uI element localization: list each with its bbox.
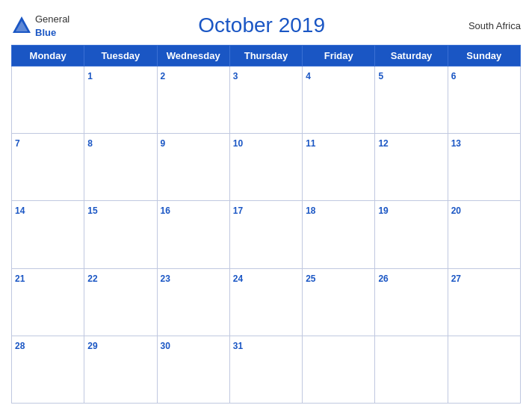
empty-cell [448,336,520,403]
day-number-5: 5 [378,71,383,81]
day-number-19: 19 [378,206,388,216]
day-number-11: 11 [306,138,315,149]
day-number-27: 27 [451,274,461,284]
week-row-2: 78910111213 [12,134,521,201]
day-cell-6: 6 [448,67,520,134]
day-cell-12: 12 [375,134,448,201]
day-number-17: 17 [233,206,243,216]
logo-text: General Blue [35,12,69,39]
day-cell-16: 16 [157,201,229,268]
day-cell-1: 1 [84,67,157,134]
day-number-25: 25 [306,274,315,284]
day-number-16: 16 [161,206,170,216]
day-number-30: 30 [161,341,170,351]
calendar-header: General Blue October 2019 South Africa [11,7,521,40]
logo-general-text: General [35,13,69,25]
weekday-header-monday: Monday [12,46,84,67]
day-number-13: 13 [451,138,461,149]
day-cell-31: 31 [229,336,302,403]
weekday-header-tuesday: Tuesday [84,46,157,67]
empty-cell [12,67,84,134]
day-cell-19: 19 [375,201,448,268]
day-number-7: 7 [15,138,20,149]
empty-cell [303,336,375,403]
day-cell-29: 29 [84,336,157,403]
day-number-24: 24 [233,274,243,284]
day-number-10: 10 [233,138,243,149]
day-cell-28: 28 [12,336,84,403]
day-cell-30: 30 [157,336,229,403]
day-number-22: 22 [87,274,97,284]
day-number-2: 2 [161,71,166,81]
day-number-18: 18 [306,206,315,216]
month-title: October 2019 [69,13,454,37]
day-number-29: 29 [87,341,97,351]
day-cell-2: 2 [157,67,229,134]
day-number-6: 6 [451,71,457,81]
logo: General Blue [11,12,69,39]
day-cell-17: 17 [229,201,302,268]
weekday-header-thursday: Thursday [229,46,302,67]
day-cell-26: 26 [375,268,448,336]
day-number-3: 3 [233,71,238,81]
day-number-21: 21 [15,274,25,284]
day-cell-22: 22 [84,268,157,336]
day-cell-5: 5 [375,67,448,134]
day-cell-23: 23 [157,268,229,336]
day-cell-3: 3 [229,67,302,134]
day-cell-11: 11 [303,134,375,201]
day-number-23: 23 [161,274,170,284]
day-cell-20: 20 [448,201,520,268]
week-row-5: 28293031 [12,336,521,403]
day-number-20: 20 [451,206,461,216]
day-cell-18: 18 [303,201,375,268]
day-number-15: 15 [87,206,97,216]
day-number-26: 26 [378,274,388,284]
day-number-1: 1 [87,71,93,81]
day-number-4: 4 [306,71,311,81]
day-cell-8: 8 [84,134,157,201]
day-cell-14: 14 [12,201,84,268]
day-number-9: 9 [161,138,166,149]
day-cell-4: 4 [303,67,375,134]
day-number-28: 28 [15,341,25,351]
weekday-header-friday: Friday [303,46,375,67]
day-cell-15: 15 [84,201,157,268]
weekday-header-row: MondayTuesdayWednesdayThursdayFridaySatu… [12,46,521,67]
week-row-4: 21222324252627 [12,268,521,336]
day-number-8: 8 [87,138,93,149]
day-cell-13: 13 [448,134,520,201]
day-cell-25: 25 [303,268,375,336]
empty-cell [375,336,448,403]
logo-blue-text: Blue [35,27,56,38]
weekday-header-wednesday: Wednesday [157,46,229,67]
day-cell-21: 21 [12,268,84,336]
calendar-table: MondayTuesdayWednesdayThursdayFridaySatu… [11,45,521,404]
logo-icon [11,15,32,36]
country-label: South Africa [454,20,521,31]
day-cell-7: 7 [12,134,84,201]
day-cell-27: 27 [448,268,520,336]
day-cell-10: 10 [229,134,302,201]
day-number-12: 12 [378,138,388,149]
week-row-3: 14151617181920 [12,201,521,268]
weekday-header-saturday: Saturday [375,46,448,67]
day-number-31: 31 [233,341,243,351]
weekday-header-sunday: Sunday [448,46,520,67]
day-cell-24: 24 [229,268,302,336]
day-cell-9: 9 [157,134,229,201]
week-row-1: 123456 [12,67,521,134]
day-number-14: 14 [15,206,25,216]
